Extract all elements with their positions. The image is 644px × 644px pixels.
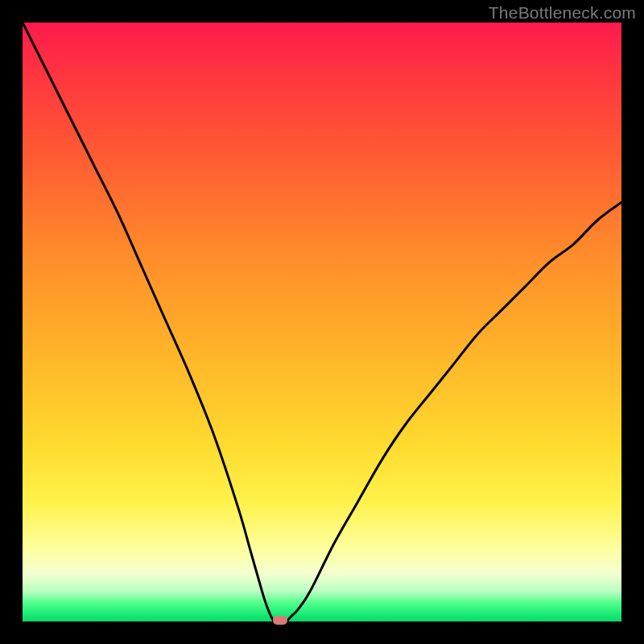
plot-area — [23, 23, 621, 621]
curve-path — [23, 23, 621, 621]
minimum-marker — [273, 616, 287, 625]
watermark-text: TheBottleneck.com — [489, 3, 636, 23]
bottleneck-curve — [23, 23, 621, 621]
chart-container: TheBottleneck.com — [0, 0, 644, 644]
